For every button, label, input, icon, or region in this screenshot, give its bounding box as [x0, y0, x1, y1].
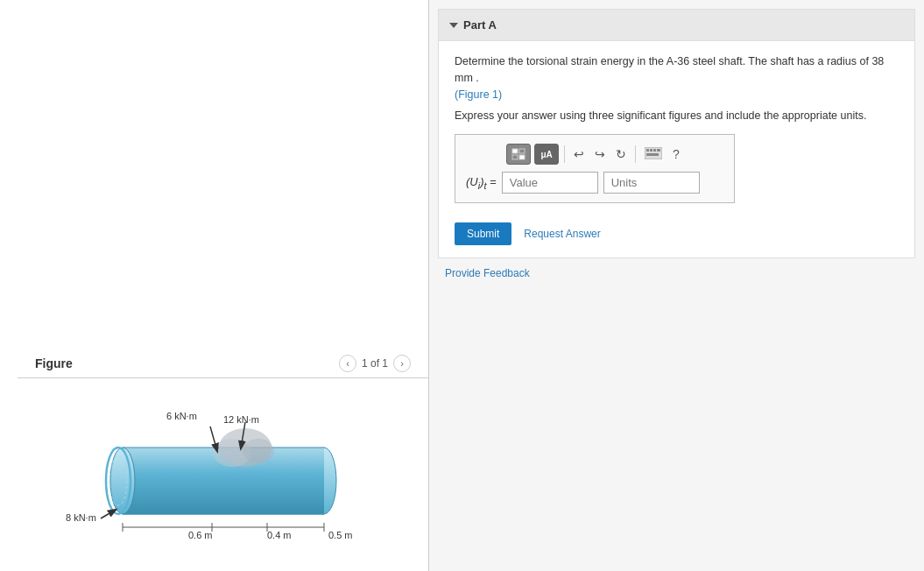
collapse-icon[interactable]: [449, 23, 458, 28]
help-btn[interactable]: ?: [669, 145, 683, 163]
undo-btn[interactable]: ↩: [570, 145, 588, 163]
label-04m: 0.4 m: [267, 530, 292, 540]
svg-rect-27: [653, 149, 656, 152]
svg-rect-20: [512, 149, 518, 153]
redo-btn[interactable]: ↪: [591, 145, 609, 163]
label-05m: 0.5 m: [328, 530, 353, 540]
svg-rect-21: [519, 149, 525, 153]
svg-rect-29: [646, 153, 659, 156]
refresh-btn[interactable]: ↻: [612, 145, 630, 163]
value-input[interactable]: [502, 172, 598, 194]
part-a-section: Part A Determine the torsional strain en…: [438, 9, 915, 258]
left-panel: Figure ‹ 1 of 1 ›: [0, 0, 429, 571]
part-title: Part A: [463, 18, 497, 32]
svg-rect-23: [519, 155, 525, 159]
mu-btn[interactable]: μA: [534, 144, 559, 165]
request-answer-link[interactable]: Request Answer: [524, 228, 600, 240]
units-input[interactable]: [603, 172, 700, 194]
figure-image: 12 kN·m 6 kN·m 8 kN·m 0.5 m 0.4 m 0.6 m: [53, 391, 385, 553]
svg-rect-28: [657, 149, 660, 152]
layout-btn[interactable]: [506, 144, 531, 165]
label-8knm: 8 kN·m: [66, 512, 96, 523]
feedback-link[interactable]: Provide Feedback: [445, 267, 908, 279]
svg-rect-22: [512, 155, 518, 159]
input-row: (Ui)t =: [466, 172, 723, 194]
keyboard-btn[interactable]: [641, 145, 666, 164]
figure-nav: ‹ 1 of 1 ›: [339, 355, 411, 372]
label-12knm: 12 kN·m: [223, 414, 259, 425]
part-header: Part A: [439, 10, 914, 41]
figure-link[interactable]: (Figure 1): [455, 88, 502, 101]
part-content: Determine the torsional strain energy in…: [439, 41, 914, 257]
prev-arrow[interactable]: ‹: [339, 355, 356, 372]
svg-rect-25: [646, 149, 649, 152]
express-text: Express your answer using three signific…: [455, 109, 899, 122]
label-6knm: 6 kN·m: [166, 411, 197, 421]
figure-section: Figure ‹ 1 of 1 ›: [18, 355, 428, 387]
next-arrow[interactable]: ›: [393, 355, 411, 372]
svg-point-9: [243, 439, 274, 463]
toolbar: μA ↩ ↪ ↻: [466, 144, 723, 165]
answer-box: μA ↩ ↪ ↻: [455, 134, 735, 203]
shaft-diagram: 12 kN·m 6 kN·m 8 kN·m 0.5 m 0.4 m 0.6 m: [53, 391, 385, 553]
problem-text: Determine the torsional strain energy in…: [455, 53, 899, 102]
figure-header: Figure ‹ 1 of 1 ›: [18, 355, 428, 378]
submit-button[interactable]: Submit: [455, 222, 511, 245]
input-label: (Ui)t =: [466, 175, 497, 191]
svg-line-12: [101, 510, 116, 518]
action-row: Submit Request Answer: [455, 222, 899, 245]
page-indicator: 1 of 1: [362, 357, 388, 370]
svg-rect-26: [650, 149, 652, 152]
toolbar-sep-1: [564, 145, 565, 163]
toolbar-sep-2: [635, 145, 636, 163]
label-06m: 0.6 m: [188, 530, 213, 540]
right-panel: Part A Determine the torsional strain en…: [429, 0, 924, 571]
figure-title: Figure: [35, 356, 73, 370]
